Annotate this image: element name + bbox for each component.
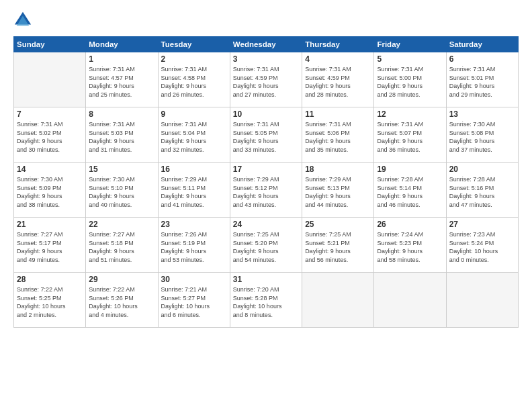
day-info: Sunrise: 7:22 AM Sunset: 5:26 PM Dayligh… [89,285,154,319]
day-info: Sunrise: 7:31 AM Sunset: 5:04 PM Dayligh… [161,120,227,154]
calendar-cell: 13Sunrise: 7:30 AM Sunset: 5:08 PM Dayli… [446,107,518,163]
calendar-cell [374,273,446,328]
calendar-week-row: 7Sunrise: 7:31 AM Sunset: 5:02 PM Daylig… [14,107,519,163]
calendar-cell: 6Sunrise: 7:31 AM Sunset: 5:01 PM Daylig… [446,52,518,107]
calendar-cell: 17Sunrise: 7:29 AM Sunset: 5:12 PM Dayli… [230,163,302,218]
header [13,11,519,30]
day-info: Sunrise: 7:31 AM Sunset: 5:07 PM Dayligh… [377,120,443,154]
day-info: Sunrise: 7:23 AM Sunset: 5:24 PM Dayligh… [449,230,515,264]
day-number: 24 [233,220,299,229]
calendar-cell: 11Sunrise: 7:31 AM Sunset: 5:06 PM Dayli… [302,107,374,163]
calendar-week-row: 14Sunrise: 7:30 AM Sunset: 5:09 PM Dayli… [14,163,519,218]
calendar-cell: 25Sunrise: 7:25 AM Sunset: 5:21 PM Dayli… [302,218,374,273]
calendar-header-sunday: Sunday [14,37,86,52]
day-info: Sunrise: 7:31 AM Sunset: 5:03 PM Dayligh… [89,120,154,154]
day-info: Sunrise: 7:26 AM Sunset: 5:19 PM Dayligh… [161,230,227,264]
calendar-cell: 14Sunrise: 7:30 AM Sunset: 5:09 PM Dayli… [14,163,86,218]
calendar-cell: 26Sunrise: 7:24 AM Sunset: 5:23 PM Dayli… [374,218,446,273]
calendar-cell: 5Sunrise: 7:31 AM Sunset: 5:00 PM Daylig… [374,52,446,107]
calendar-cell: 28Sunrise: 7:22 AM Sunset: 5:25 PM Dayli… [14,273,86,328]
calendar-table: SundayMondayTuesdayWednesdayThursdayFrid… [13,36,519,328]
day-info: Sunrise: 7:31 AM Sunset: 5:02 PM Dayligh… [17,120,83,154]
day-number: 16 [161,165,227,174]
calendar-header-row: SundayMondayTuesdayWednesdayThursdayFrid… [14,37,519,52]
day-info: Sunrise: 7:31 AM Sunset: 4:57 PM Dayligh… [89,65,154,99]
day-info: Sunrise: 7:31 AM Sunset: 4:59 PM Dayligh… [305,65,371,99]
day-info: Sunrise: 7:25 AM Sunset: 5:20 PM Dayligh… [233,230,299,264]
day-number: 2 [161,54,227,64]
calendar-header-saturday: Saturday [446,37,518,52]
day-info: Sunrise: 7:25 AM Sunset: 5:21 PM Dayligh… [305,230,371,264]
calendar-header-thursday: Thursday [302,37,374,52]
day-info: Sunrise: 7:28 AM Sunset: 5:16 PM Dayligh… [449,175,515,209]
day-info: Sunrise: 7:30 AM Sunset: 5:08 PM Dayligh… [449,120,515,154]
calendar-cell: 18Sunrise: 7:29 AM Sunset: 5:13 PM Dayli… [302,163,374,218]
day-number: 23 [161,220,227,229]
day-number: 27 [449,220,515,229]
calendar-cell: 9Sunrise: 7:31 AM Sunset: 5:04 PM Daylig… [158,107,230,163]
logo-icon [13,11,32,30]
day-number: 9 [161,109,227,119]
day-number: 11 [305,109,371,119]
day-info: Sunrise: 7:20 AM Sunset: 5:28 PM Dayligh… [233,285,299,319]
calendar-header-wednesday: Wednesday [230,37,302,52]
calendar-cell: 8Sunrise: 7:31 AM Sunset: 5:03 PM Daylig… [86,107,158,163]
day-number: 4 [305,54,371,64]
calendar-cell: 19Sunrise: 7:28 AM Sunset: 5:14 PM Dayli… [374,163,446,218]
day-number: 20 [449,165,515,174]
day-number: 18 [305,165,371,174]
day-number: 15 [89,165,154,174]
day-number: 22 [89,220,154,229]
day-number: 30 [161,275,227,284]
day-info: Sunrise: 7:29 AM Sunset: 5:11 PM Dayligh… [161,175,227,209]
calendar-week-row: 1Sunrise: 7:31 AM Sunset: 4:57 PM Daylig… [14,52,519,107]
day-number: 25 [305,220,371,229]
day-info: Sunrise: 7:29 AM Sunset: 5:13 PM Dayligh… [305,175,371,209]
day-info: Sunrise: 7:22 AM Sunset: 5:25 PM Dayligh… [17,285,83,319]
calendar-cell: 27Sunrise: 7:23 AM Sunset: 5:24 PM Dayli… [446,218,518,273]
day-number: 1 [89,54,154,64]
day-info: Sunrise: 7:31 AM Sunset: 5:05 PM Dayligh… [233,120,299,154]
day-info: Sunrise: 7:31 AM Sunset: 5:00 PM Dayligh… [377,65,443,99]
calendar-cell: 21Sunrise: 7:27 AM Sunset: 5:17 PM Dayli… [14,218,86,273]
calendar-cell: 23Sunrise: 7:26 AM Sunset: 5:19 PM Dayli… [158,218,230,273]
calendar-cell: 1Sunrise: 7:31 AM Sunset: 4:57 PM Daylig… [86,52,158,107]
calendar-header-tuesday: Tuesday [158,37,230,52]
calendar-cell: 3Sunrise: 7:31 AM Sunset: 4:59 PM Daylig… [230,52,302,107]
day-number: 8 [89,109,154,119]
day-number: 29 [89,275,154,284]
day-number: 3 [233,54,299,64]
day-number: 12 [377,109,443,119]
calendar-cell [302,273,374,328]
day-number: 10 [233,109,299,119]
calendar-cell: 10Sunrise: 7:31 AM Sunset: 5:05 PM Dayli… [230,107,302,163]
calendar-cell: 20Sunrise: 7:28 AM Sunset: 5:16 PM Dayli… [446,163,518,218]
day-number: 6 [449,54,515,64]
calendar-cell: 4Sunrise: 7:31 AM Sunset: 4:59 PM Daylig… [302,52,374,107]
day-number: 21 [17,220,83,229]
calendar-cell [14,52,86,107]
day-number: 14 [17,165,83,174]
page: SundayMondayTuesdayWednesdayThursdayFrid… [0,0,532,411]
calendar-header-monday: Monday [86,37,158,52]
calendar-cell: 31Sunrise: 7:20 AM Sunset: 5:28 PM Dayli… [230,273,302,328]
calendar-cell: 12Sunrise: 7:31 AM Sunset: 5:07 PM Dayli… [374,107,446,163]
calendar-cell: 7Sunrise: 7:31 AM Sunset: 5:02 PM Daylig… [14,107,86,163]
calendar-cell: 16Sunrise: 7:29 AM Sunset: 5:11 PM Dayli… [158,163,230,218]
day-info: Sunrise: 7:29 AM Sunset: 5:12 PM Dayligh… [233,175,299,209]
day-info: Sunrise: 7:27 AM Sunset: 5:17 PM Dayligh… [17,230,83,264]
day-number: 26 [377,220,443,229]
day-number: 17 [233,165,299,174]
calendar-week-row: 21Sunrise: 7:27 AM Sunset: 5:17 PM Dayli… [14,218,519,273]
day-info: Sunrise: 7:31 AM Sunset: 4:59 PM Dayligh… [233,65,299,99]
day-number: 19 [377,165,443,174]
calendar-cell: 30Sunrise: 7:21 AM Sunset: 5:27 PM Dayli… [158,273,230,328]
logo [13,11,35,30]
day-number: 13 [449,109,515,119]
day-info: Sunrise: 7:31 AM Sunset: 5:06 PM Dayligh… [305,120,371,154]
day-number: 28 [17,275,83,284]
calendar-cell: 15Sunrise: 7:30 AM Sunset: 5:10 PM Dayli… [86,163,158,218]
calendar-cell: 22Sunrise: 7:27 AM Sunset: 5:18 PM Dayli… [86,218,158,273]
calendar-week-row: 28Sunrise: 7:22 AM Sunset: 5:25 PM Dayli… [14,273,519,328]
day-number: 31 [233,275,299,284]
